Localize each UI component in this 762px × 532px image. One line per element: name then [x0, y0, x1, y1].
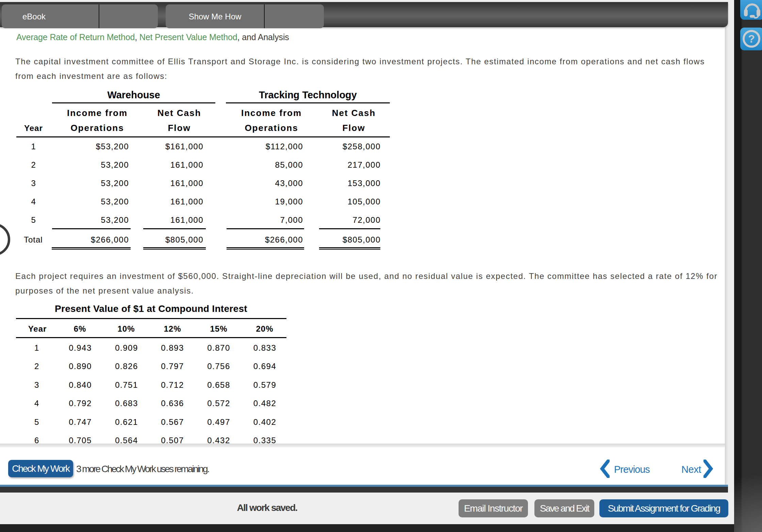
svg-text:?: ? [748, 33, 755, 45]
